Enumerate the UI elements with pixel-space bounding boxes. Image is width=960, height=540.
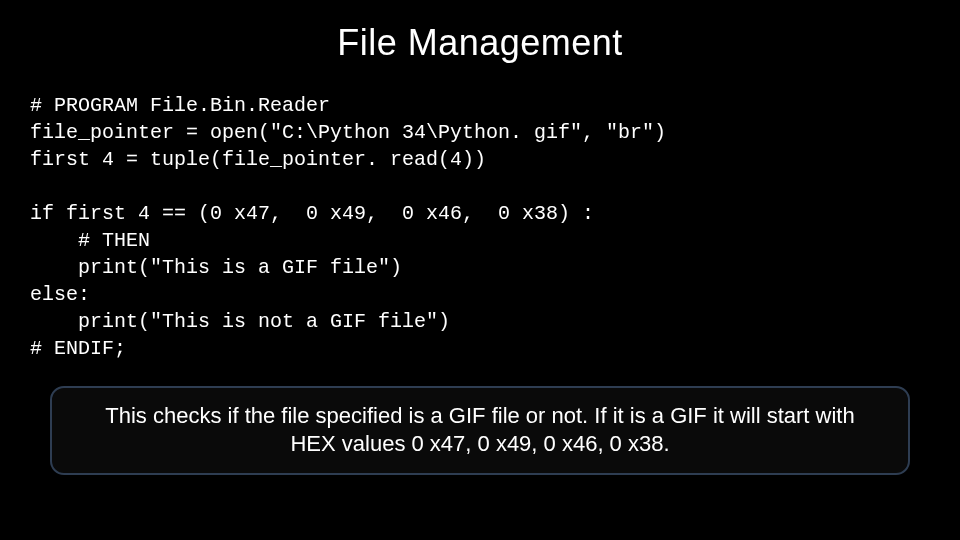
code-line: file_pointer = open("C:\Python 34\Python…	[30, 121, 666, 144]
slide-title: File Management	[30, 22, 930, 64]
code-line: # ENDIF;	[30, 337, 126, 360]
code-line: # THEN	[30, 229, 150, 252]
slide: File Management # PROGRAM File.Bin.Reade…	[0, 0, 960, 540]
code-line: print("This is a GIF file")	[30, 256, 402, 279]
code-line: first 4 = tuple(file_pointer. read(4))	[30, 148, 486, 171]
explanation-callout: This checks if the file specified is a G…	[50, 386, 910, 475]
code-line: print("This is not a GIF file")	[30, 310, 450, 333]
callout-text: This checks if the file specified is a G…	[105, 403, 854, 456]
code-line: # PROGRAM File.Bin.Reader	[30, 94, 330, 117]
code-line: else:	[30, 283, 90, 306]
code-block: # PROGRAM File.Bin.Reader file_pointer =…	[30, 92, 930, 362]
code-line: if first 4 == (0 x47, 0 x49, 0 x46, 0 x3…	[30, 202, 594, 225]
